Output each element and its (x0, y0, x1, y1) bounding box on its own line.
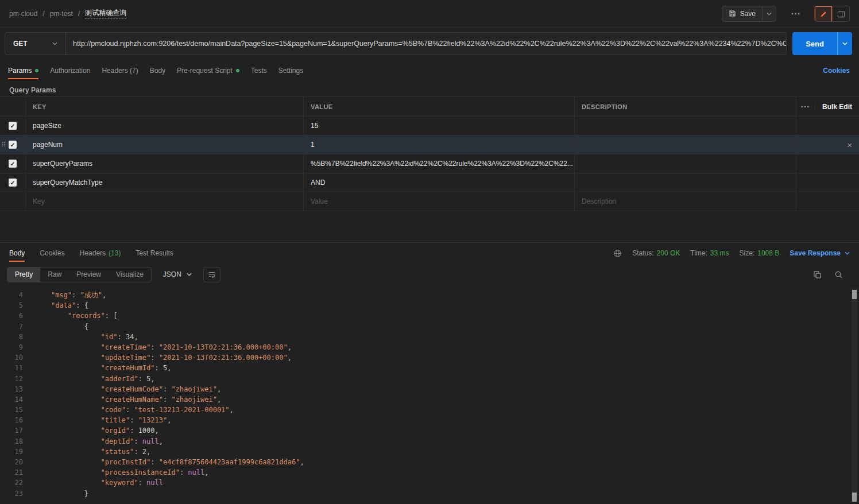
save-response-button[interactable]: Save Response (790, 249, 850, 257)
code-line: 16 "title": "13213", (0, 415, 859, 425)
tab-pre-request-script[interactable]: Pre-request Script (171, 60, 245, 82)
tab-authorization[interactable]: Authorization (44, 60, 96, 82)
tab-headers-7[interactable]: Headers (7) (96, 60, 144, 82)
tab-body[interactable]: Body (144, 60, 171, 82)
param-key-cell[interactable]: pageNum (25, 135, 303, 154)
code-line: 13 "createHumCode": "zhaojiwei", (0, 384, 859, 394)
token-k: "records" (68, 312, 105, 320)
code-line: 23 } (0, 489, 859, 499)
param-checkbox[interactable]: ✓ (9, 141, 17, 149)
wrap-text-button[interactable] (203, 267, 220, 282)
code-text: "code": "test-13213-2021-00001", (30, 405, 234, 415)
param-key-cell[interactable]: Key (25, 192, 303, 211)
breadcrumb-item-request-name[interactable]: 测试精确查询 (85, 8, 126, 19)
param-description-cell[interactable] (574, 154, 796, 173)
param-key-cell[interactable]: superQueryParams (25, 154, 303, 173)
save-button[interactable]: Save (722, 6, 762, 21)
scrollbar-thumb[interactable] (852, 493, 857, 502)
code-line: 10 "updateTime": "2021-10-13T02:21:36.00… (0, 352, 859, 363)
bulk-edit-button[interactable]: Bulk Edit (815, 103, 852, 111)
param-description-cell[interactable]: Description (574, 192, 796, 211)
response-body-viewer[interactable]: 4 "msg": "成功",5 "data": {6 "records": [7… (0, 285, 859, 504)
line-number: 14 (0, 394, 30, 405)
status-label: Status: (632, 249, 653, 257)
more-options-button[interactable] (787, 6, 804, 22)
response-tab-body[interactable]: Body (9, 243, 25, 263)
view-tab-raw[interactable]: Raw (40, 267, 69, 282)
token-s: "test-13213-2021-00001" (134, 406, 229, 414)
token-p: , (150, 375, 154, 383)
param-actions-cell (796, 117, 859, 135)
param-value-cell[interactable]: Value (303, 192, 574, 211)
param-checkbox[interactable]: ✓ (9, 179, 17, 187)
param-checkbox[interactable]: ✓ (9, 122, 17, 130)
send-button[interactable]: Send (792, 32, 837, 55)
token-p: , (217, 385, 221, 393)
tab-settings[interactable]: Settings (273, 60, 309, 82)
tab-tests[interactable]: Tests (245, 60, 273, 82)
network-globe-icon[interactable] (613, 249, 622, 258)
param-checkbox-cell: ✓ (0, 117, 25, 135)
code-line: 4 "msg": "成功", (0, 290, 859, 300)
token-p: , (146, 448, 150, 456)
cookies-link[interactable]: Cookies (823, 67, 850, 75)
param-value-cell[interactable]: 1 (303, 135, 574, 154)
view-tab-visualize[interactable]: Visualize (109, 267, 151, 282)
breadcrumb-item-workspace[interactable]: pm-cloud (9, 10, 37, 18)
url-input[interactable]: http://pmcloud.njphzh.com:9206/test/demo… (66, 33, 786, 55)
method-selector[interactable]: GET (5, 33, 66, 55)
size-label: Size: (740, 249, 755, 257)
response-tab-test-results[interactable]: Test Results (136, 243, 173, 263)
token-p: : (155, 364, 163, 372)
code-line: 7 { (0, 321, 859, 332)
copy-button[interactable] (813, 270, 822, 279)
scrollbar[interactable] (852, 289, 857, 503)
chevron-down-icon (845, 251, 850, 255)
size-value: 1008 B (757, 249, 779, 257)
format-dropdown[interactable]: JSON (158, 267, 196, 282)
view-tab-preview[interactable]: Preview (69, 267, 109, 282)
line-number: 15 (0, 405, 30, 415)
save-options-button[interactable] (762, 6, 776, 21)
param-value-cell[interactable]: %5B%7B%22field%22%3A%22id%22%2C%22rule%2… (303, 154, 574, 173)
param-description-cell[interactable] (574, 117, 796, 135)
token-n: 2 (142, 448, 146, 456)
tab-params[interactable]: Params (2, 60, 44, 82)
response-tab-cookies[interactable]: Cookies (40, 243, 64, 263)
drag-handle-icon[interactable]: ⠿ (1, 141, 6, 149)
token-k: "createHumCode" (101, 385, 163, 393)
send-options-button[interactable] (837, 32, 852, 55)
token-s: "成功" (80, 291, 102, 299)
token-k: "keyword" (101, 479, 138, 487)
tab-label: Settings (278, 67, 303, 75)
code-text: "processInstanceId": null, (30, 467, 208, 478)
time-label: Time: (690, 249, 707, 257)
search-button[interactable] (834, 270, 843, 279)
code-text: "msg": "成功", (30, 290, 106, 300)
param-value-cell[interactable]: AND (303, 173, 574, 192)
params-more-options-button[interactable] (801, 106, 809, 108)
response-meta: Status: 200 OK Time: 33 ms Size: 1008 B … (613, 249, 850, 258)
token-p: : (134, 448, 142, 456)
edit-request-button[interactable] (815, 6, 832, 22)
response-view-tabs: PrettyRawPreviewVisualize (7, 267, 152, 282)
param-description-cell[interactable] (574, 135, 796, 154)
tab-label: Authorization (50, 67, 90, 75)
token-s: "2021-10-13T02:21:36.000+00:00" (159, 343, 288, 351)
code-text: "deptId": null, (30, 436, 163, 447)
params-rows: ✓pageSize15⠿✓pageNum1×✓superQueryParams%… (0, 117, 859, 192)
param-value-cell[interactable]: 15 (303, 117, 574, 135)
code-text: "createHumId": 5, (30, 363, 171, 373)
query-params-title: Query Params (0, 82, 859, 96)
breadcrumb-item-collection[interactable]: pm-test (50, 10, 73, 18)
close-icon[interactable]: × (847, 141, 852, 149)
param-key-cell[interactable]: superQueryMatchType (25, 173, 303, 192)
layout-toggle-button[interactable] (832, 6, 849, 22)
param-description-cell[interactable] (574, 173, 796, 192)
param-key-cell[interactable]: pageSize (25, 117, 303, 135)
param-checkbox[interactable]: ✓ (9, 160, 17, 168)
response-tab-headers[interactable]: Headers(13) (80, 243, 121, 263)
view-tab-pretty[interactable]: Pretty (7, 267, 40, 282)
line-number: 9 (0, 342, 30, 352)
scrollbar-thumb[interactable] (852, 290, 857, 299)
